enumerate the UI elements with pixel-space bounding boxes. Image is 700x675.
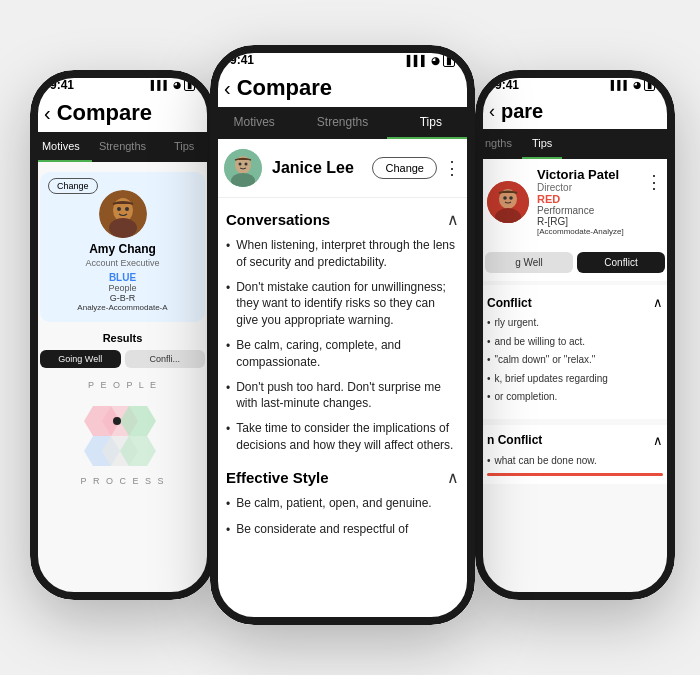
left-change-button[interactable]: Change [48, 178, 98, 194]
right-person-role: Director [537, 182, 645, 193]
right-conflict-section: Conflict ∧ • rly urgent. • and be willin… [475, 285, 675, 419]
battery-icon: ▮ [184, 79, 195, 91]
conflict-item-3: • "calm down" or "relax." [487, 353, 663, 367]
conflict-item-5: • or completion. [487, 390, 663, 404]
svg-point-18 [245, 163, 248, 166]
center-title: Compare [237, 75, 332, 101]
tip-item-2: • Don't mistake caution for unwillingnes… [226, 279, 459, 329]
center-conversations-header: Conversations ∧ [226, 210, 459, 229]
right-under-chevron[interactable]: ∧ [653, 433, 663, 448]
left-conflict-tab[interactable]: Confli... [125, 350, 206, 368]
center-conversations-title: Conversations [226, 211, 330, 228]
right-signal-icon: ▌▌▌ [611, 80, 630, 90]
right-title: pare [501, 100, 543, 123]
right-tab-strengths[interactable]: ngths [475, 129, 522, 159]
left-status-icons: ▌▌▌ ◕ ▮ [151, 79, 195, 91]
center-tab-motives[interactable]: Motives [210, 107, 298, 139]
center-conversations-section: Conversations ∧ • When listening, interp… [226, 210, 459, 454]
tip-item-1: • When listening, interpret through the … [226, 237, 459, 271]
left-status-bar: 9:41 ▌▌▌ ◕ ▮ [30, 70, 215, 96]
right-tab-tips[interactable]: Tips [522, 129, 562, 159]
left-hex-chart: P E O P L E P R O C E S S [53, 376, 193, 496]
right-sub: Performance [537, 205, 645, 216]
phone-left: 9:41 ▌▌▌ ◕ ▮ ‹ Compare Motives Strengths… [30, 70, 215, 600]
center-person-name: Janice Lee [272, 159, 372, 177]
right-nav-bar: ‹ pare [475, 96, 675, 129]
center-time: 9:41 [230, 53, 254, 67]
right-under-conflict: n Conflict ∧ • what can be done now. [475, 425, 675, 485]
red-underline [487, 473, 663, 476]
center-effective-header: Effective Style ∧ [226, 468, 459, 487]
center-battery-icon: ▮ [443, 54, 455, 67]
left-nav-bar: ‹ Compare [30, 96, 215, 132]
center-tab-bar: Motives Strengths Tips [210, 107, 475, 139]
right-wifi-icon: ◕ [633, 80, 641, 90]
center-signal-icon: ▌▌▌ [407, 55, 428, 66]
left-results: Results Going Well Confli... P E O P L E… [40, 332, 205, 496]
right-status-bar: 9:41 ▌▌▌ ◕ ▮ [475, 70, 675, 96]
right-content: Victoria Patel Director RED Performance … [475, 159, 675, 600]
left-contact-color: BLUE [50, 272, 195, 283]
center-nav-bar: ‹ Compare [210, 71, 475, 107]
svg-point-4 [125, 207, 129, 211]
tip-item-4: • Don't push too hard. Don't surprise me… [226, 379, 459, 413]
conflict-item-1: • rly urgent. [487, 316, 663, 330]
right-conflict-chevron[interactable]: ∧ [653, 295, 663, 310]
center-change-button[interactable]: Change [372, 157, 437, 179]
center-effective-section: Effective Style ∧ • Be calm, patient, op… [226, 468, 459, 539]
center-tab-tips[interactable]: Tips [387, 107, 475, 139]
right-status-icons: ▌▌▌ ◕ ▮ [611, 79, 655, 91]
right-under-conflict-title: n Conflict [487, 433, 542, 447]
center-person-avatar [224, 149, 262, 187]
left-content: Change Amy Chang Account Executive [30, 162, 215, 600]
right-results-tabs: g Well Conflict [475, 244, 675, 281]
left-tab-tips[interactable]: Tips [153, 132, 215, 162]
conflict-item-4: • k, brief updates regarding [487, 372, 663, 386]
left-time: 9:41 [50, 78, 74, 92]
tip-item-3: • Be calm, caring, complete, and compass… [226, 337, 459, 371]
svg-text:P E O P L E: P E O P L E [88, 380, 158, 390]
signal-icon: ▌▌▌ [151, 80, 170, 90]
phone-right: 9:41 ▌▌▌ ◕ ▮ ‹ pare ngths Tips [475, 70, 675, 600]
under-conflict-item-1: • what can be done now. [487, 454, 663, 468]
center-tab-strengths[interactable]: Strengths [298, 107, 386, 139]
center-conversations-chevron[interactable]: ∧ [447, 210, 459, 229]
tip-effective-1: • Be calm, patient, open, and genuine. [226, 495, 459, 513]
svg-point-17 [239, 163, 242, 166]
center-wifi-icon: ◕ [431, 55, 440, 66]
center-status-bar: 9:41 ▌▌▌ ◕ ▮ [210, 45, 475, 71]
center-person-row: Janice Lee Change ⋮ [210, 139, 475, 198]
center-dots-button[interactable]: ⋮ [443, 157, 461, 179]
tip-effective-2: • Be considerate and respectful of [226, 521, 459, 539]
left-tab-bar: Motives Strengths Tips [30, 132, 215, 162]
tip-item-5: • Take time to consider the implications… [226, 420, 459, 454]
left-going-well-tab[interactable]: Going Well [40, 350, 121, 368]
left-title: Compare [57, 100, 152, 126]
right-person-name: Victoria Patel [537, 167, 645, 182]
left-contact-sub: People [50, 283, 195, 293]
right-person-info: Victoria Patel Director RED Performance … [537, 167, 645, 236]
center-status-icons: ▌▌▌ ◕ ▮ [407, 54, 455, 67]
center-effective-chevron[interactable]: ∧ [447, 468, 459, 487]
svg-text:P R O C E S S: P R O C E S S [80, 476, 165, 486]
center-effective-title: Effective Style [226, 469, 329, 486]
center-tip-content: Conversations ∧ • When listening, interp… [210, 198, 475, 625]
right-conflict-tab[interactable]: Conflict [577, 252, 665, 273]
right-conflict-header: Conflict ∧ [487, 295, 663, 310]
left-tab-strengths[interactable]: Strengths [92, 132, 154, 162]
left-tab-motives[interactable]: Motives [30, 132, 92, 162]
left-back-button[interactable]: ‹ [44, 102, 51, 125]
right-dots-button[interactable]: ⋮ [645, 167, 663, 193]
right-tab-bar: ngths Tips [475, 129, 675, 159]
center-back-button[interactable]: ‹ [224, 77, 231, 100]
left-contact-analyze: Analyze-Accommodate-A [50, 303, 195, 312]
left-results-tabs: Going Well Confli... [40, 350, 205, 368]
left-contact-role: Account Executive [50, 258, 195, 268]
left-contact-card: Change Amy Chang Account Executive [40, 172, 205, 322]
right-conflict-title: Conflict [487, 296, 532, 310]
svg-point-13 [113, 417, 121, 425]
right-going-well-tab[interactable]: g Well [485, 252, 573, 273]
right-back-button[interactable]: ‹ [489, 101, 495, 122]
svg-point-22 [503, 196, 507, 200]
right-color: RED [537, 193, 645, 205]
